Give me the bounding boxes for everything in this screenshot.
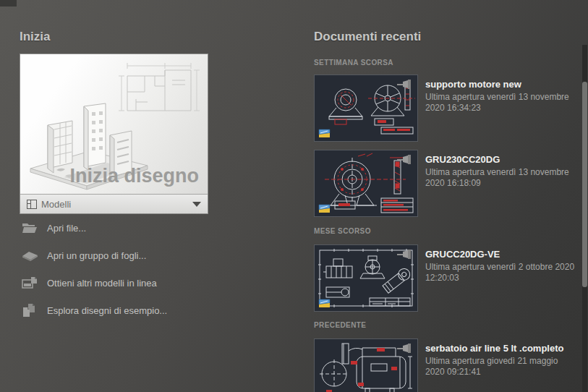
sample-drawings-icon bbox=[22, 303, 41, 318]
recent-document-supporto-motore-new[interactable]: supporto motore new Ultima apertura vene… bbox=[314, 74, 576, 142]
start-menu: Apri file... Apri un gruppo di fogli... bbox=[20, 214, 222, 324]
pin-icon[interactable] bbox=[396, 155, 414, 164]
document-thumbnail[interactable] bbox=[314, 150, 418, 217]
document-last-opened: Ultima apertura venerdì 13 novembre bbox=[425, 92, 576, 103]
document-last-opened-time: 2020 16:34:23 bbox=[425, 103, 576, 114]
document-meta: GRU230CC20DG Ultima apertura venerdì 13 … bbox=[425, 150, 576, 217]
vertical-scrollbar[interactable] bbox=[582, 45, 587, 392]
group-label-last-week: SETTIMANA SCORSA bbox=[314, 59, 576, 67]
document-last-opened-time: 12:20:03 bbox=[425, 273, 576, 284]
template-selector-label: Modelli bbox=[41, 199, 192, 210]
document-title[interactable]: supporto motore new bbox=[425, 79, 576, 90]
document-title[interactable]: GRU230CC20DG bbox=[425, 154, 576, 166]
menu-item-explore-sample-drawings[interactable]: Esplora disegni di esempio... bbox=[20, 297, 222, 324]
autocad-start-page: { "start": { "title": "Inizia", "card": … bbox=[0, 0, 588, 392]
recent-documents-section: Documenti recenti SETTIMANA SCORSA bbox=[314, 29, 576, 392]
document-last-opened-time: 2020 16:18:09 bbox=[425, 178, 576, 189]
menu-item-get-templates-online[interactable]: Ottieni altri modelli in linea bbox=[20, 269, 222, 297]
document-meta: serbatoio air line 5 lt .completo Ultima… bbox=[425, 338, 576, 392]
menu-item-label: Apri file... bbox=[47, 223, 86, 234]
start-section: Inizia bbox=[20, 29, 222, 324]
menu-item-label: Apri un gruppo di fogli... bbox=[47, 250, 146, 261]
document-meta: supporto motore new Ultima apertura vene… bbox=[425, 74, 576, 142]
document-last-opened-time: 2020 09:21:41 bbox=[425, 367, 576, 378]
document-thumbnail[interactable] bbox=[314, 338, 418, 392]
pin-icon[interactable] bbox=[396, 80, 414, 89]
group-label-older: PRECEDENTE bbox=[314, 321, 576, 330]
recent-document-grucc20dg-ve[interactable]: GRUCC20DG-VE Ultima apertura venerdì 2 o… bbox=[314, 244, 576, 312]
template-selector[interactable]: Modelli bbox=[20, 194, 208, 213]
caret-down-icon[interactable] bbox=[192, 202, 201, 207]
document-meta: GRUCC20DG-VE Ultima apertura venerdì 2 o… bbox=[425, 244, 576, 312]
open-folder-icon bbox=[22, 221, 41, 234]
group-label-last-month: MESE SCORSO bbox=[314, 227, 576, 236]
document-thumbnail[interactable] bbox=[314, 244, 418, 312]
sheet-set-icon bbox=[22, 250, 41, 262]
start-drawing-label[interactable]: Inizia disegno bbox=[69, 165, 199, 187]
dwg-file-icon bbox=[318, 204, 331, 213]
document-last-opened: Ultima apertura giovedì 21 maggio bbox=[425, 356, 576, 367]
document-last-opened: Ultima apertura venerdì 2 ottobre 2020 bbox=[425, 262, 576, 273]
dwg-file-icon bbox=[318, 299, 331, 308]
pin-icon[interactable] bbox=[396, 250, 414, 259]
document-last-opened: Ultima apertura venerdì 13 novembre bbox=[425, 167, 576, 178]
menu-item-open-file[interactable]: Apri file... bbox=[20, 214, 222, 242]
online-templates-icon bbox=[22, 276, 41, 289]
document-title[interactable]: serbatoio air line 5 lt .completo bbox=[425, 343, 576, 354]
menu-item-label: Esplora disegni di esempio... bbox=[47, 305, 167, 316]
recent-documents-title: Documenti recenti bbox=[314, 29, 576, 44]
recent-document-gru230cc20dg[interactable]: GRU230CC20DG Ultima apertura venerdì 13 … bbox=[314, 150, 576, 217]
start-drawing-card[interactable]: Inizia disegno Modelli bbox=[20, 54, 208, 214]
document-thumbnail[interactable] bbox=[314, 74, 418, 142]
menu-item-open-sheet-set[interactable]: Apri un gruppo di fogli... bbox=[20, 242, 222, 269]
top-left-dark-strip bbox=[0, 0, 17, 7]
menu-item-label: Ottieni altri modelli in linea bbox=[47, 278, 157, 289]
template-grid-icon bbox=[27, 200, 37, 209]
document-title[interactable]: GRUCC20DG-VE bbox=[425, 249, 576, 260]
dwg-file-icon bbox=[318, 129, 331, 138]
start-section-title: Inizia bbox=[20, 29, 222, 44]
scrollbar-thumb[interactable] bbox=[582, 82, 587, 287]
pin-icon[interactable] bbox=[396, 344, 414, 353]
recent-document-serbatoio-air-line[interactable]: serbatoio air line 5 lt .completo Ultima… bbox=[314, 338, 576, 392]
